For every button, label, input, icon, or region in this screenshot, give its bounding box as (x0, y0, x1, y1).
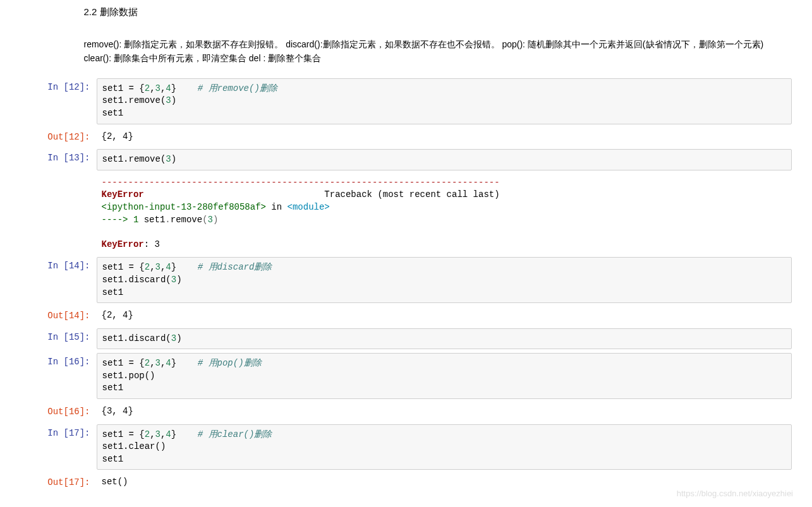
watermark: https://blog.csdn.net/xiaoyezhiei (677, 489, 793, 498)
code-input[interactable]: set1 = {2,3,4} # 用clear()删除 set1.clear()… (97, 424, 792, 470)
output-text: {2, 4} (97, 307, 792, 325)
out-prompt: Out[14]: (21, 307, 97, 325)
output-text: {3, 4} (97, 403, 792, 421)
code-input[interactable]: set1 = {2,3,4} # 用discard删除 set1.discard… (97, 257, 792, 303)
code-cell-12: In [12]: set1 = {2,3,4} # 用remove()删除 se… (21, 78, 792, 124)
code-cell-17: In [17]: set1 = {2,3,4} # 用clear()删除 set… (21, 424, 792, 470)
section-description: remove(): 删除指定元素，如果数据不存在则报错。 discard():删… (84, 37, 792, 66)
output-cell-14: Out[14]: {2, 4} (21, 307, 792, 325)
in-prompt: In [16]: (21, 353, 97, 399)
in-prompt: In [13]: (21, 149, 97, 170)
out-prompt: Out[16]: (21, 403, 97, 421)
code-input[interactable]: set1 = {2,3,4} # 用pop()删除 set1.pop() set… (97, 353, 792, 399)
error-output: ----------------------------------------… (97, 174, 792, 254)
output-cell-12: Out[12]: {2, 4} (21, 128, 792, 146)
code-cell-14: In [14]: set1 = {2,3,4} # 用discard删除 set… (21, 257, 792, 303)
code-input[interactable]: set1.discard(3) (97, 328, 792, 350)
in-prompt: In [14]: (21, 257, 97, 303)
in-prompt: In [17]: (21, 424, 97, 470)
code-input[interactable]: set1 = {2,3,4} # 用remove()删除 set1.remove… (97, 78, 792, 124)
in-prompt: In [15]: (21, 328, 97, 350)
code-cell-15: In [15]: set1.discard(3) (21, 328, 792, 350)
out-prompt: Out[17]: (21, 474, 97, 491)
output-cell-16: Out[16]: {3, 4} (21, 403, 792, 421)
in-prompt: In [12]: (21, 78, 97, 124)
code-input[interactable]: set1.remove(3) (97, 149, 792, 170)
output-cell-17: Out[17]: set() (21, 474, 792, 491)
section-heading: 2.2 删除数据 (84, 6, 792, 18)
output-text: {2, 4} (97, 128, 792, 146)
code-cell-13: In [13]: set1.remove(3) (21, 149, 792, 170)
out-prompt: Out[12]: (21, 128, 97, 146)
code-cell-16: In [16]: set1 = {2,3,4} # 用pop()删除 set1.… (21, 353, 792, 399)
error-cell-13: ----------------------------------------… (21, 174, 792, 254)
